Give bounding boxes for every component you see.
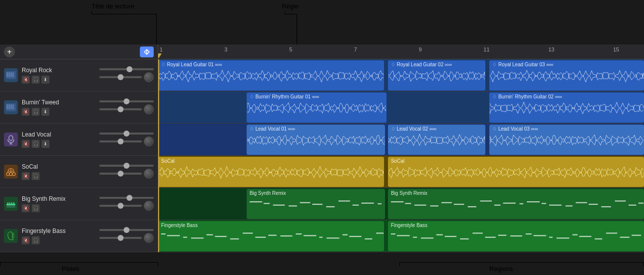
svg-rect-35 xyxy=(250,201,262,202)
region-12[interactable]: Fingerstyle Bass xyxy=(158,221,384,251)
svg-rect-40 xyxy=(312,204,323,205)
volume-slider-fingerstyle[interactable] xyxy=(99,229,154,231)
region-1[interactable]: ♢ Royal Lead Guitar 02 ∞∞ xyxy=(388,60,485,91)
region-7[interactable]: ♢ Lead Vocal 03 ∞∞ xyxy=(489,125,644,155)
download-btn-burnin-tweed[interactable]: ⬇ xyxy=(42,108,49,116)
playhead-line xyxy=(158,59,159,252)
svg-rect-51 xyxy=(454,204,464,205)
mute-btn-big-synth[interactable]: 🔇 xyxy=(22,204,30,212)
mute-btn-lead-vocal[interactable]: 🔇 xyxy=(22,140,30,148)
volume-thumb[interactable] xyxy=(127,195,132,201)
tracks-content[interactable]: ♢ Royal Lead Guitar 01 ∞∞♢ Royal Lead Gu… xyxy=(158,59,644,252)
svg-rect-95 xyxy=(498,235,507,236)
pan-thumb[interactable] xyxy=(118,171,124,177)
region-8[interactable]: SoCal xyxy=(158,157,384,187)
volume-thumb[interactable] xyxy=(127,66,132,72)
svg-rect-64 xyxy=(615,200,626,201)
volume-thumb[interactable] xyxy=(124,131,129,137)
playhead-button[interactable] xyxy=(140,46,154,57)
pan-slider-burnin-tweed[interactable] xyxy=(99,108,142,110)
svg-rect-83 xyxy=(349,236,362,237)
pan-thumb[interactable] xyxy=(118,138,124,144)
region-13[interactable]: Fingerstyle Bass xyxy=(388,221,644,251)
region-label-1: ♢ Royal Lead Guitar 02 ∞∞ xyxy=(391,62,452,67)
knob-lead-vocal[interactable] xyxy=(144,137,154,146)
region-3[interactable]: ♢ Burnin' Rhythm Guitar 01 ∞∞ xyxy=(247,92,386,123)
regle-tick xyxy=(285,11,285,14)
ruler[interactable]: 13579111315 xyxy=(158,45,644,59)
svg-rect-48 xyxy=(414,205,426,206)
svg-rect-60 xyxy=(565,205,572,206)
region-11[interactable]: Big Synth Remix xyxy=(388,189,644,219)
headphone-btn-socal[interactable]: 🎧 xyxy=(32,172,40,180)
region-0[interactable]: ♢ Royal Lead Guitar 01 ∞∞ xyxy=(158,60,384,91)
knob-fingerstyle[interactable] xyxy=(144,233,154,243)
knob-big-synth[interactable] xyxy=(144,201,154,211)
pan-thumb[interactable] xyxy=(118,235,124,241)
region-5[interactable]: ♢ Lead Vocal 01 ∞∞ xyxy=(247,125,385,155)
pan-thumb[interactable] xyxy=(118,74,124,80)
svg-rect-79 xyxy=(303,235,316,236)
pan-slider-royal-rock[interactable] xyxy=(99,76,142,78)
headphone-btn-fingerstyle[interactable]: 🎧 xyxy=(32,236,40,244)
volume-slider-row xyxy=(99,133,154,135)
volume-slider-royal-rock[interactable] xyxy=(99,68,154,70)
svg-rect-38 xyxy=(289,205,297,206)
pan-thumb[interactable] xyxy=(118,203,124,209)
region-2[interactable]: ♢ Royal Lead Guitar 03 ∞∞ xyxy=(489,60,644,91)
track-sliders-royal-rock xyxy=(99,68,154,82)
svg-rect-2 xyxy=(6,72,8,77)
region-10[interactable]: Big Synth Remix xyxy=(247,189,385,219)
pan-slider-fingerstyle[interactable] xyxy=(99,237,142,239)
pan-slider-socal[interactable] xyxy=(99,173,142,175)
svg-rect-88 xyxy=(413,237,417,238)
headphone-btn-royal-rock[interactable]: 🎧 xyxy=(32,76,40,84)
mute-btn-socal[interactable]: 🔇 xyxy=(22,172,30,180)
volume-slider-burnin-tweed[interactable] xyxy=(99,100,154,102)
track-sliders-lead-vocal xyxy=(99,133,154,146)
pan-slider-lead-vocal[interactable] xyxy=(99,140,142,142)
volume-slider-lead-vocal[interactable] xyxy=(99,133,154,135)
ruler-tick-9: 9 xyxy=(417,45,422,52)
regle-label: Règle xyxy=(282,2,299,10)
knob-socal[interactable] xyxy=(144,169,154,179)
svg-rect-49 xyxy=(430,205,438,206)
mute-btn-burnin-tweed[interactable]: 🔇 xyxy=(22,108,30,116)
svg-rect-85 xyxy=(376,232,384,233)
headphone-btn-burnin-tweed[interactable]: 🎧 xyxy=(32,108,40,116)
region-4[interactable]: ♢ Burnin' Rhythm Guitar 02 ∞∞ xyxy=(489,92,644,123)
svg-rect-98 xyxy=(533,235,546,236)
volume-thumb[interactable] xyxy=(124,163,129,169)
pan-thumb[interactable] xyxy=(118,106,124,112)
region-9[interactable]: SoCal xyxy=(388,157,644,187)
download-btn-lead-vocal[interactable]: ⬇ xyxy=(42,140,49,148)
svg-rect-39 xyxy=(300,202,310,203)
knob-burnin-tweed[interactable] xyxy=(144,104,154,114)
mute-btn-fingerstyle[interactable]: 🔇 xyxy=(22,236,30,244)
region-6[interactable]: ♢ Lead Vocal 02 ∞∞ xyxy=(388,125,485,155)
headphone-btn-big-synth[interactable]: 🎧 xyxy=(32,204,40,212)
svg-rect-68 xyxy=(167,235,180,236)
timeline-panel: 13579111315 ♢ Royal Lead Guitar 01 ∞∞♢ R… xyxy=(158,45,644,252)
pan-slider-big-synth[interactable] xyxy=(99,205,142,207)
mute-btn-royal-rock[interactable]: 🔇 xyxy=(22,76,30,84)
knob-royal-rock[interactable] xyxy=(144,72,154,82)
track-sliders-big-synth xyxy=(99,197,154,211)
volume-slider-big-synth[interactable] xyxy=(99,197,154,199)
svg-rect-80 xyxy=(319,237,323,238)
track-controls-fingerstyle: 🔇 🎧 xyxy=(22,236,95,244)
track-controls-big-synth: 🔇 🎧 xyxy=(22,204,95,212)
svg-rect-81 xyxy=(327,237,340,238)
tete-bracket xyxy=(91,14,157,14)
svg-rect-89 xyxy=(421,237,433,238)
add-track-button[interactable]: + xyxy=(4,46,15,57)
volume-thumb[interactable] xyxy=(124,98,129,104)
volume-thumb[interactable] xyxy=(124,227,129,233)
svg-rect-101 xyxy=(572,234,577,235)
volume-slider-socal[interactable] xyxy=(99,165,154,167)
pistes-bracket-line xyxy=(0,262,158,263)
svg-rect-96 xyxy=(510,235,522,236)
download-btn-royal-rock[interactable]: ⬇ xyxy=(42,76,49,84)
headphone-btn-lead-vocal[interactable]: 🎧 xyxy=(32,140,40,148)
svg-rect-86 xyxy=(391,233,395,234)
